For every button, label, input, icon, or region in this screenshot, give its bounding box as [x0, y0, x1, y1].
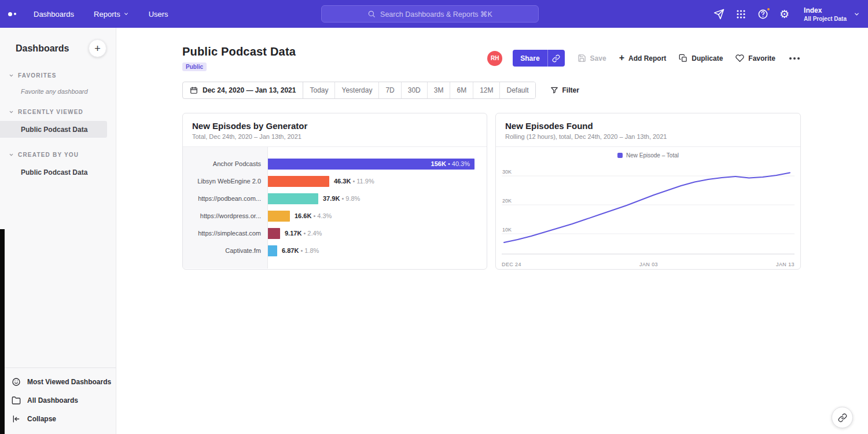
x-axis-tick: JAN 13: [776, 262, 795, 267]
date-preset-today[interactable]: Today: [303, 82, 335, 98]
date-range-picker[interactable]: Dec 24, 2020 — Jan 13, 2021: [183, 82, 303, 98]
line-chart-card: New Episodes Found Rolling (12 hours), t…: [495, 113, 801, 270]
nav-item-users[interactable]: Users: [149, 10, 168, 19]
funnel-icon: [550, 86, 558, 94]
svg-text:20K: 20K: [502, 198, 512, 204]
dashboard-actions: RH Share Save + Add Report: [487, 50, 801, 67]
chevron-down-icon: [854, 11, 860, 17]
card-subtitle: Total, Dec 24th, 2020 – Jan 13th, 2021: [192, 133, 477, 140]
bar-category-label: Captivate.fm: [183, 242, 267, 259]
bar-chart: Anchor PodcastsLibsyn WebEngine 2.0https…: [183, 147, 487, 269]
sidebar-item-public-podcast-data-created[interactable]: Public Podcast Data: [0, 164, 116, 181]
bar-value-label: 16.6K • 4.3%: [295, 212, 332, 219]
add-dashboard-button[interactable]: +: [89, 39, 106, 57]
section-header-favorites[interactable]: FAVORITES: [0, 72, 116, 79]
bar-segment[interactable]: [268, 211, 290, 222]
copy-icon: [679, 54, 687, 62]
bar-segment[interactable]: [268, 245, 277, 256]
card-title: New Episodes Found: [505, 121, 791, 131]
bar-value-label: 6.87K • 1.8%: [282, 247, 319, 254]
more-options-button[interactable]: [788, 54, 801, 63]
heart-icon: [735, 54, 744, 62]
favorites-empty-hint: Favorite any dashboard: [0, 79, 116, 95]
svg-text:30K: 30K: [502, 169, 512, 175]
bar-segment[interactable]: [268, 193, 318, 204]
search-placeholder: Search Dashboards & Reports ⌘K: [380, 10, 492, 19]
legend-label: New Episode – Total: [626, 152, 679, 159]
copy-link-fab[interactable]: [832, 407, 853, 428]
avatar[interactable]: RH: [487, 51, 502, 66]
global-search-bar[interactable]: Search Dashboards & Reports ⌘K: [321, 5, 539, 23]
bar-segment[interactable]: [268, 228, 280, 239]
apps-grid-icon[interactable]: [735, 9, 746, 20]
page-title-block: Public Podcast Data Public: [182, 45, 296, 71]
share-button[interactable]: Share: [513, 50, 547, 67]
card-header: New Episodes by Generator Total, Dec 24t…: [183, 113, 487, 147]
bar-category-label: Anchor Podcasts: [183, 155, 267, 172]
bar-category-label: Libsyn WebEngine 2.0: [183, 172, 267, 190]
logo-dot: [8, 12, 12, 16]
card-subtitle: Rolling (12 hours), total, Dec 24th, 202…: [505, 133, 791, 140]
section-header-created-by-you[interactable]: CREATED BY YOU: [0, 152, 116, 158]
date-preset-3m[interactable]: 3M: [428, 82, 451, 98]
legend-swatch: [617, 153, 623, 158]
sidebar-title: Dashboards: [16, 43, 69, 54]
date-preset-default[interactable]: Default: [500, 82, 535, 98]
nav-item-dashboards[interactable]: Dashboards: [34, 10, 74, 19]
collapse-sidebar-button[interactable]: Collapse: [0, 410, 116, 428]
project-subtitle: All Project Data: [804, 16, 847, 22]
bar-category-label: https://wordpress.or...: [183, 207, 267, 225]
bar-segment[interactable]: 156K • 40.3%: [268, 159, 475, 170]
x-axis-tick: JAN 03: [639, 262, 658, 267]
save-button[interactable]: Save: [578, 54, 606, 62]
date-range-group: Dec 24, 2020 — Jan 13, 2021 TodayYesterd…: [182, 82, 536, 99]
chart-legend: New Episode – Total: [502, 148, 795, 162]
settings-gear-icon[interactable]: ⚙: [779, 9, 789, 20]
bar-value-label: 9.17K • 2.4%: [285, 230, 322, 237]
footer-item-label: All Dashboards: [27, 396, 78, 404]
footer-item-label: Collapse: [27, 415, 56, 423]
app-root: DashboardsReportsUsers Search Dashboards…: [0, 0, 868, 434]
card-header: New Episodes Found Rolling (12 hours), t…: [496, 113, 800, 147]
sidebar-item-public-podcast-data[interactable]: Public Podcast Data: [0, 121, 107, 138]
project-name: Index: [804, 6, 847, 14]
date-preset-yesterday[interactable]: Yesterday: [335, 82, 379, 98]
date-preset-12m[interactable]: 12M: [473, 82, 500, 98]
save-icon: [578, 54, 586, 62]
bar-segment[interactable]: [268, 176, 329, 187]
date-preset-7d[interactable]: 7D: [379, 82, 401, 98]
section-label: CREATED BY YOU: [18, 152, 79, 158]
bar-category-label: https://podbean.com...: [183, 190, 267, 207]
smiley-icon: [12, 377, 21, 387]
project-switcher[interactable]: Index All Project Data: [804, 6, 860, 22]
duplicate-button[interactable]: Duplicate: [679, 54, 723, 62]
navbar-utilities: ⚙ Index All Project Data: [713, 0, 860, 28]
most-viewed-dashboards-button[interactable]: Most Viewed Dashboards: [0, 373, 116, 391]
nav-item-reports[interactable]: Reports: [94, 10, 129, 19]
chevron-down-icon: [9, 73, 14, 78]
bar-row: 37.9K • 9.8%: [268, 190, 487, 207]
section-label: RECENTLY VIEWED: [18, 109, 83, 115]
section-header-recently-viewed[interactable]: RECENTLY VIEWED: [0, 109, 116, 115]
filter-button[interactable]: Filter: [550, 86, 579, 94]
bar-plot-area: 156K • 40.3%46.3K • 11.9%37.9K • 9.8%16.…: [268, 147, 487, 269]
help-icon[interactable]: [757, 9, 768, 20]
date-preset-6m[interactable]: 6M: [450, 82, 473, 98]
bar-category-column: Anchor PodcastsLibsyn WebEngine 2.0https…: [183, 147, 268, 269]
bar-row: 156K • 40.3%: [268, 155, 487, 172]
primary-nav: DashboardsReportsUsers: [34, 10, 168, 19]
x-axis-labels: DEC 24JAN 03JAN 13: [502, 259, 795, 267]
share-link-button[interactable]: [547, 50, 565, 67]
favorite-button[interactable]: Favorite: [735, 54, 775, 62]
add-report-button[interactable]: + Add Report: [619, 54, 667, 62]
date-preset-30d[interactable]: 30D: [402, 82, 428, 98]
send-icon[interactable]: [713, 9, 724, 20]
all-dashboards-button[interactable]: All Dashboards: [0, 391, 116, 410]
line-plot-area[interactable]: 10K20K30K: [502, 162, 795, 259]
bar-value-label: 156K • 40.3%: [431, 160, 475, 167]
app-logo[interactable]: [8, 12, 16, 16]
card-title: New Episodes by Generator: [192, 121, 477, 131]
bar-category-label: https://simplecast.com: [183, 225, 267, 242]
sidebar: Dashboards + FAVORITES Favorite any dash…: [0, 28, 116, 434]
logo-dot: [14, 13, 16, 15]
